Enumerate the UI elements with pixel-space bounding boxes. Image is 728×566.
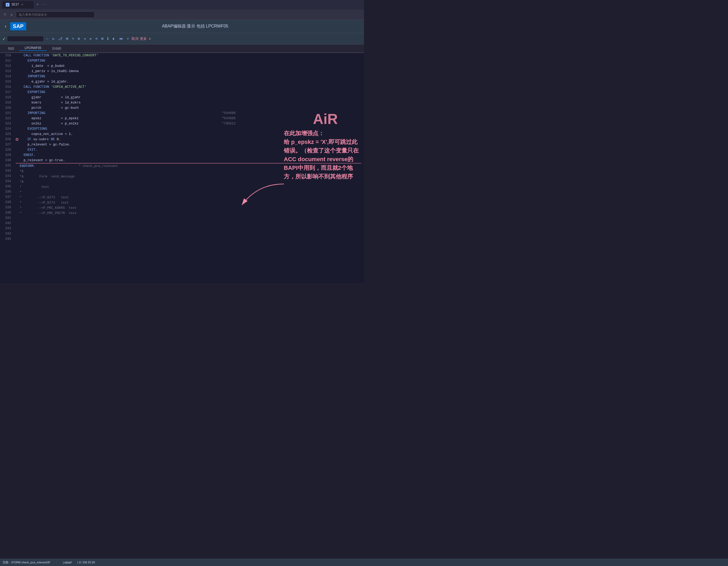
toolbar-branch-icon[interactable]: ⎇ — [57, 36, 63, 41]
toolbar-search-icon[interactable]: ⌕ — [126, 36, 130, 41]
table-row: pcrch = gc-buch — [16, 105, 361, 111]
tab-more-button[interactable]: ··· — [42, 3, 47, 7]
toolbar-copy-icon[interactable]: ⊞ — [65, 36, 69, 41]
editor-container: 3103113123133143153163173183193203213223… — [0, 53, 364, 283]
sap-logo: SAP — [10, 22, 26, 30]
code-token: EXCEPTIONS — [16, 127, 47, 131]
line-number: 338 — [2, 200, 11, 205]
code-comment-right: "795612 — [222, 121, 236, 126]
table-row: EXPORTING — [16, 58, 361, 63]
air-label: AiR — [313, 111, 338, 127]
code-token: kokrs = ld_kokrs — [16, 101, 81, 105]
line-number: 341 — [2, 215, 11, 221]
annotation-box: AiR 在此加增强点：给 p_epskz = 'X',即可跳过此错误。（检查了这… — [284, 111, 359, 181]
code-token: e_gjahr = ld_gjahr. — [16, 80, 69, 84]
code-comment-right: "544606 — [222, 111, 236, 116]
toolbar: ✓ ← ↻ ⎇ ⊞ ✎ ⚙ ⇥ ⇌ ≡ ⊞ ℹ ⏵ ⏭ ⌕ 取消 更多 ∨ — [0, 33, 364, 45]
toolbar-refresh-icon[interactable]: ↻ — [51, 36, 55, 41]
breadcrumb-item-2[interactable]: 活动的 — [47, 46, 67, 51]
annotation-arrow — [237, 179, 289, 210]
tab-label: SE37 — [12, 3, 19, 7]
line-number: 321 — [2, 111, 11, 116]
breakpoint-dot — [16, 138, 18, 141]
nav-list-icon[interactable]: ≡ — [3, 12, 7, 18]
line-number: 311 — [2, 58, 11, 63]
line-number: 336 — [2, 189, 11, 194]
table-row: i_periv = ls_tka01-lmona — [16, 69, 361, 74]
table-row: kokrs = ld_kokrs — [16, 100, 361, 105]
toolbar-format-icon[interactable]: ⇌ — [88, 36, 93, 41]
code-token: epskz = p_epskz — [16, 117, 79, 120]
table-row: EXPORTING — [16, 90, 361, 95]
address-bar: ≡ ★ — [0, 9, 364, 20]
table-row: CALL FUNCTION 'COPCA_ACTIVE_ACT' — [16, 84, 361, 90]
table-row: CALL FUNCTION 'DATE_TO_PERIOD_CONVERT' — [16, 53, 361, 58]
breadcrumb-bar: 包括 LPCRWF05 活动的 — [0, 45, 364, 53]
line-number: 314 — [2, 74, 11, 79]
breadcrumb-item-1[interactable]: LPCRWF05 — [19, 46, 47, 51]
breadcrumb-item-0[interactable]: 包括 — [3, 46, 19, 51]
toolbar-settings-icon[interactable]: ⚙ — [77, 36, 81, 41]
line-number: 329 — [2, 153, 11, 158]
line-number: 326 — [2, 137, 11, 142]
toolbar-back-icon[interactable]: ← — [45, 36, 50, 41]
toolbar-check-icon[interactable]: ✓ — [3, 36, 6, 42]
code-token: pcrch = gc-buch — [16, 106, 79, 110]
code-token: p_relevant = gc-false. — [16, 143, 71, 146]
nav-star-icon[interactable]: ★ — [9, 12, 14, 18]
line-number: 344 — [2, 231, 11, 236]
line-number: 327 — [2, 142, 11, 147]
line-number: 342 — [2, 221, 11, 226]
code-token: CALL FUNCTION — [16, 54, 51, 57]
code-token: gjahr = ld_gjahr — [16, 96, 81, 99]
browser-tab-se37[interactable]: S SE37 × — [2, 1, 34, 8]
toolbar-debug-icon[interactable]: ⏵ — [111, 36, 117, 41]
address-input[interactable] — [16, 12, 95, 18]
code-token — [35, 164, 79, 168]
toolbar-grid-icon[interactable]: ⊞ — [100, 36, 104, 41]
code-token: onlkz = p_onlkz — [16, 122, 79, 126]
line-number: 325 — [2, 132, 11, 137]
toolbar-more-button[interactable]: 更多 ∨ — [140, 36, 151, 41]
line-number: 328 — [2, 147, 11, 153]
toolbar-arrow-icon[interactable]: ⇥ — [83, 36, 87, 41]
code-token: IF — [19, 138, 33, 141]
line-number: 312 — [2, 63, 11, 69]
toolbar-info-icon[interactable]: ℹ — [106, 36, 110, 41]
code-token: ENDFORM. — [16, 164, 35, 168]
code-token: 1. — [69, 132, 73, 136]
sap-back-button[interactable]: ‹ — [4, 24, 7, 29]
table-row: gjahr = ld_gjahr — [16, 95, 361, 100]
sap-header: ‹ SAP ABAP编辑器:显示 包括 LPCRWF05 — [0, 20, 364, 33]
table-row: * text — [16, 184, 361, 190]
tab-close-button[interactable]: × — [21, 3, 23, 7]
line-number: 334 — [2, 179, 11, 184]
toolbar-debug2-icon[interactable]: ⏭ — [118, 36, 124, 41]
code-token: 0. — [57, 138, 61, 141]
line-number: 340 — [2, 210, 11, 215]
line-number: 322 — [2, 116, 11, 121]
toolbar-edit-icon[interactable]: ✎ — [71, 36, 75, 41]
line-number: 318 — [2, 95, 11, 100]
toolbar-cancel-button[interactable]: 取消 — [132, 36, 138, 41]
code-token: IMPORTING — [16, 111, 45, 115]
toolbar-command-input[interactable] — [7, 36, 44, 42]
code-token: * -->P_0274 text — [16, 201, 69, 205]
line-number: 337 — [2, 194, 11, 200]
code-token: *& Form send_message — [16, 175, 75, 178]
line-number: 332 — [2, 168, 11, 173]
code-token: 'COPCA_ACTIVE_ACT' — [51, 85, 86, 89]
code-token: IMPORTING — [16, 75, 45, 78]
new-tab-button[interactable]: + — [35, 2, 41, 7]
line-number: 331 — [2, 163, 11, 168]
line-number: 317 — [2, 90, 11, 95]
line-number: 345 — [2, 236, 11, 242]
toolbar-bar-icon[interactable]: ≡ — [94, 36, 99, 41]
code-token: EXIT. — [16, 148, 37, 152]
line-number: 315 — [2, 79, 11, 84]
line-number: 330 — [2, 158, 11, 163]
line-numbers: 3103113123133143153163173183193203213223… — [0, 53, 13, 283]
table-row: * -->P_PRC_KOKRS text — [16, 205, 361, 211]
line-number: 316 — [2, 84, 11, 90]
line-number: 320 — [2, 105, 11, 111]
